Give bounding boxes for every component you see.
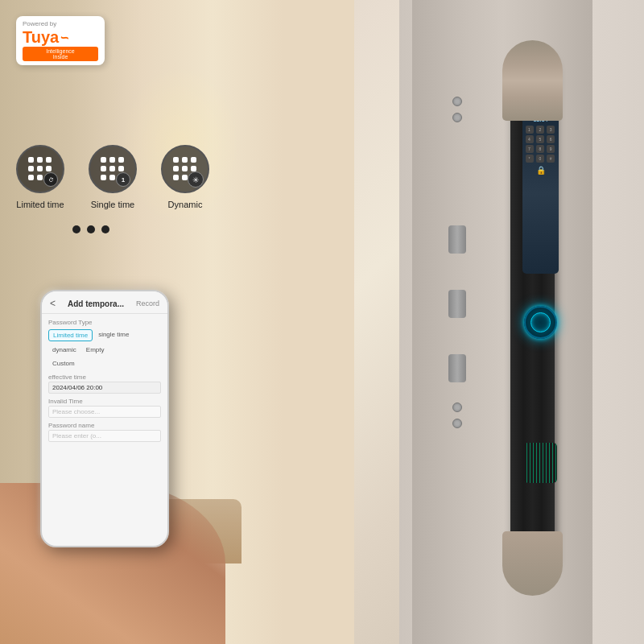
tuya-swoosh-icon: ~ [59,29,70,47]
s-dot-7 [101,175,106,180]
phone-body: < Add tempora... Record Password Type Li… [40,290,169,547]
mount-screw-2 [452,113,462,122]
d-dot-1 [173,157,179,163]
key-star[interactable]: * [526,155,534,163]
feature-icons-row: ⏱ Limited time 1 Single time [16,145,274,209]
bolt-plate-1 [448,225,466,254]
dynamic-icon-circle: ✳ [161,145,209,193]
d-dot-8 [182,175,188,180]
d-dot-3 [191,157,196,163]
icon-item-dynamic: ✳ Dynamic [161,145,209,209]
password-name-field: Password name Please enter (o... [48,422,161,442]
option-custom[interactable]: Custom [48,358,79,369]
mount-screw-1 [452,97,462,106]
d-dot-2 [182,157,188,163]
d-dot-5 [182,166,188,171]
key-4[interactable]: 4 [526,135,534,143]
dot-4 [28,166,34,171]
lock-keypad-grid: 1 2 3 4 5 6 7 8 9 * 0 # [526,126,556,163]
bolt-plate-2 [448,290,466,318]
s-dot-3 [118,157,124,163]
option-empty[interactable]: Empty [82,345,109,355]
key-9[interactable]: 9 [547,145,555,153]
page-dots-indicator [72,225,109,233]
s-dot-2 [109,157,115,163]
s-dot-1 [101,157,106,163]
key-1[interactable]: 1 [526,126,534,134]
lock-body: 12:34 1 2 3 4 5 6 7 8 9 * 0 # 🔒 [510,48,555,580]
dot-6 [46,166,52,171]
password-name-placeholder[interactable]: Please enter (o... [48,430,161,442]
app-header: < Add tempora... Record [42,291,167,314]
dot-indicator-2 [87,225,95,233]
d-dot-4 [173,166,179,171]
effective-time-field: effective time 2024/04/06 20:00 [48,374,161,394]
dynamic-badge-icon: ✳ [188,171,204,188]
d-dot-7 [173,175,179,180]
single-time-icon-circle: 1 [89,145,137,193]
app-content: Password Type Limited time single time d… [42,314,167,451]
dot-2 [37,157,43,163]
tuya-badge: Powered by Tuya ~ IntelligenceInside [16,16,105,65]
lock-icon: 🔒 [536,166,546,175]
effective-time-value[interactable]: 2024/04/06 20:00 [48,382,161,394]
key-3[interactable]: 3 [547,126,555,134]
key-7[interactable]: 7 [526,145,534,153]
tuya-logo-text: Tuya [23,29,59,45]
clock-icon: ⏱ [43,172,58,187]
password-type-section-label: Password Type [48,319,161,326]
key-6[interactable]: 6 [547,135,555,143]
option-limited-time[interactable]: Limited time [48,329,93,341]
app-title-text: Add tempora... [68,299,124,308]
key-8[interactable]: 8 [536,145,544,153]
phone-container: < Add tempora... Record Password Type Li… [24,290,185,596]
dot-7 [28,175,34,180]
single-time-label: Single time [91,200,134,209]
dot-indicator-3 [101,225,109,233]
key-2[interactable]: 2 [536,126,544,134]
mount-screw-4 [452,419,462,428]
dot-3 [46,157,52,163]
option-dynamic[interactable]: dynamic [48,345,80,355]
icon-item-single-time: 1 Single time [89,145,137,209]
icon-item-limited-time: ⏱ Limited time [16,145,64,209]
app-record-button[interactable]: Record [136,299,159,308]
key-0[interactable]: 0 [536,155,544,163]
s-dot-6 [118,166,124,171]
s-dot-5 [109,166,115,171]
bolt-plate-3 [448,354,466,382]
mount-screw-3 [452,402,462,412]
tuya-subtitle-text: IntelligenceInside [23,47,98,61]
invalid-time-placeholder[interactable]: Please choose... [48,406,161,418]
lock-keypad-screen: 12:34 1 2 3 4 5 6 7 8 9 * 0 # 🔒 [522,113,559,274]
password-type-grid-3: Custom [48,358,161,369]
s-dot-4 [101,166,106,171]
lock-handle-bottom [502,531,563,596]
key-hash[interactable]: # [547,155,555,163]
powered-by-text: Powered by [23,20,56,27]
invalid-time-label: Invalid Time [48,398,161,405]
invalid-time-field: Invalid Time Please choose... [48,398,161,418]
dot-1 [28,157,34,163]
password-name-label: Password name [48,422,161,429]
s-dot-8 [109,175,115,180]
dot-indicator-1 [72,225,80,233]
key-5[interactable]: 5 [536,135,544,143]
dynamic-label: Dynamic [168,200,203,209]
effective-time-label: effective time [48,374,161,381]
d-dot-6 [191,166,196,171]
phone-screen: < Add tempora... Record Password Type Li… [42,291,167,546]
smart-lock-device: 12:34 1 2 3 4 5 6 7 8 9 * 0 # 🔒 [502,48,567,596]
fingerprint-bottom-scanner [524,443,557,483]
dot-8 [37,175,43,180]
password-type-grid: Limited time single time [48,329,161,341]
limited-time-label: Limited time [16,200,64,209]
lock-handle-top [502,40,563,121]
single-badge-icon: 1 [116,172,130,187]
fingerprint-sensor[interactable] [524,306,557,339]
password-type-grid-2: dynamic Empty [48,345,161,355]
option-single-time[interactable]: single time [94,329,133,341]
app-back-button[interactable]: < [50,298,56,309]
dot-5 [37,166,43,171]
limited-time-icon-circle: ⏱ [16,145,64,193]
